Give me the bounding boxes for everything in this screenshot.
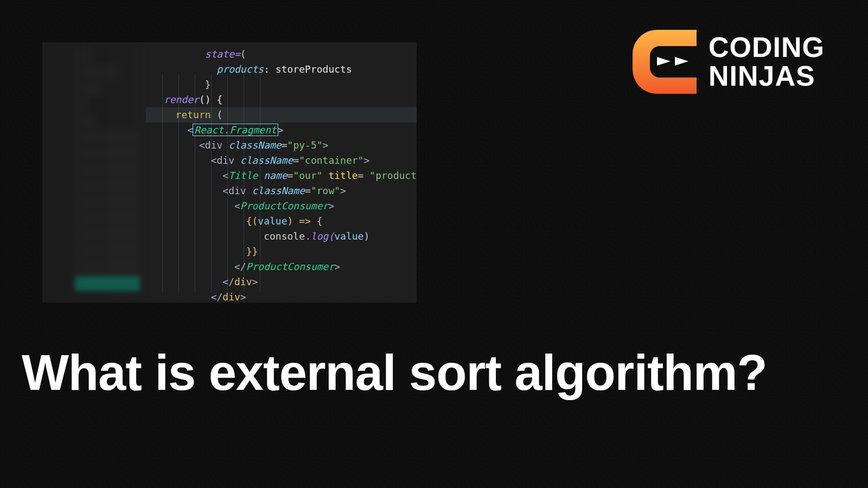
code-line: </div> [146, 290, 417, 303]
code-line: <div className="py-5"> [146, 138, 417, 153]
code-line: <ProductConsumer> [146, 198, 417, 214]
highlighted-line [146, 107, 417, 123]
code-line: <React.Fragment> [146, 123, 417, 138]
logo-mark-icon [633, 30, 698, 94]
code-line: products: storeProducts [146, 62, 417, 77]
code-line: {(value) => { [146, 214, 417, 229]
page-title: What is external sort algorithm? [22, 344, 767, 401]
code-line: </ProductConsumer> [146, 259, 417, 274]
code-line: console.log(value) [146, 229, 417, 244]
code-area: state=( products: storeProducts } render… [146, 42, 417, 303]
code-line: state=( [146, 47, 417, 62]
code-line: <Title name="our" title= "product [146, 168, 417, 183]
code-screenshot: state=( products: storeProducts } render… [42, 42, 417, 303]
code-gutter [42, 42, 146, 303]
code-line: </div> [146, 274, 417, 290]
code-line: }} [146, 244, 417, 259]
code-line: render() { [146, 92, 417, 107]
logo-text: CODING NINJAS [709, 33, 825, 91]
code-line: } [146, 77, 417, 92]
code-line: <div className="row"> [146, 183, 417, 198]
code-line: <div className="container"> [146, 153, 417, 168]
brand-logo: CODING NINJAS [633, 30, 825, 94]
logo-text-line2: NINJAS [709, 62, 825, 91]
logo-text-line1: CODING [709, 33, 825, 62]
